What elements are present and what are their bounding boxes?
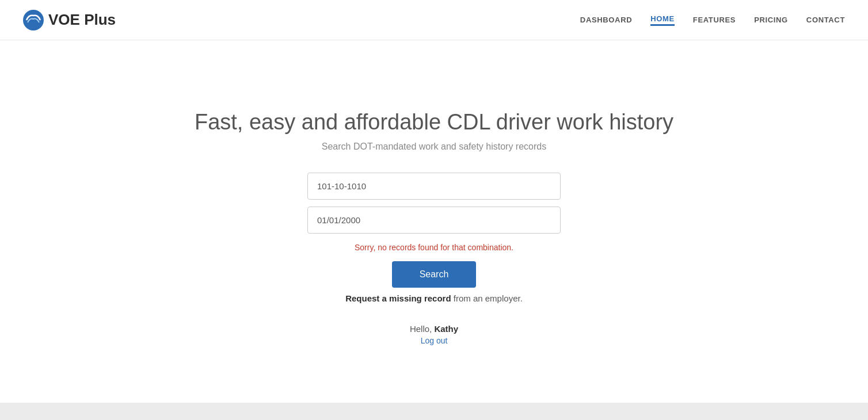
hero-subtitle: Search DOT-mandated work and safety hist… <box>322 142 546 152</box>
svg-point-0 <box>23 10 44 30</box>
dob-input[interactable] <box>307 207 561 234</box>
hero-title: Fast, easy and affordable CDL driver wor… <box>195 110 673 135</box>
main-nav: DASHBOARD HOME FEATURES PRICING CONTACT <box>580 14 845 26</box>
user-name: Kathy <box>434 324 458 334</box>
search-button[interactable]: Search <box>392 261 477 288</box>
error-message: Sorry, no records found for that combina… <box>355 243 513 252</box>
greeting-text: Hello, <box>410 324 435 334</box>
logo-icon <box>23 10 44 30</box>
logo-text: VOE Plus <box>48 11 116 29</box>
footer <box>0 403 868 420</box>
nav-features[interactable]: FEATURES <box>693 16 736 24</box>
nav-contact[interactable]: CONTACT <box>806 16 845 24</box>
user-greeting: Hello, Kathy Log out <box>410 324 458 345</box>
request-line: Request a missing record from an employe… <box>345 293 523 303</box>
nav-pricing[interactable]: PRICING <box>754 16 788 24</box>
logout-link[interactable]: Log out <box>410 336 458 345</box>
nav-home[interactable]: HOME <box>650 14 675 26</box>
request-missing-record-link[interactable]: Request a missing record <box>345 293 451 303</box>
ssn-input[interactable] <box>307 173 561 200</box>
request-suffix: from an employer. <box>451 293 523 303</box>
main-content: Fast, easy and affordable CDL driver wor… <box>0 40 868 403</box>
nav-dashboard[interactable]: DASHBOARD <box>580 16 632 24</box>
logo[interactable]: VOE Plus <box>23 10 116 30</box>
search-form: Sorry, no records found for that combina… <box>307 173 561 288</box>
header: VOE Plus DASHBOARD HOME FEATURES PRICING… <box>0 0 868 40</box>
